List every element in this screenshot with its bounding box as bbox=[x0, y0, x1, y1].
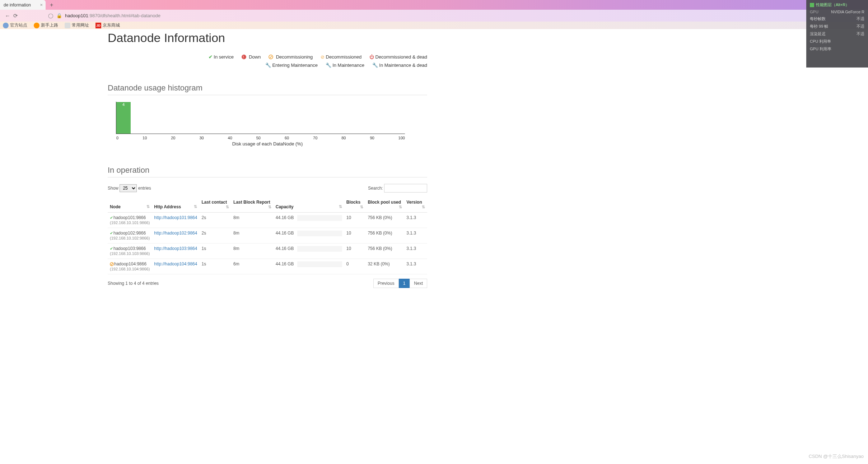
datanode-link[interactable]: http://hadoop101:9864 bbox=[154, 215, 197, 220]
legend-in-service: ✔ In service bbox=[209, 53, 234, 61]
cell-last-block: 6m bbox=[231, 259, 274, 274]
table-footer: Showing 1 to 4 of 4 entries Previous 1 N… bbox=[108, 279, 427, 288]
page-1-button[interactable]: 1 bbox=[399, 279, 410, 288]
cell-last-contact: 1s bbox=[199, 243, 231, 259]
wrench-icon: 🔧 bbox=[372, 62, 378, 68]
new-tab-button[interactable]: + bbox=[50, 2, 53, 8]
sort-icon: ⇅ bbox=[226, 205, 229, 209]
url-host: hadoop101 bbox=[65, 13, 88, 18]
globe-icon bbox=[3, 23, 9, 28]
cell-version: 3.1.3 bbox=[404, 212, 427, 228]
bar-label: 4 bbox=[116, 102, 131, 107]
col-http[interactable]: Http Address⇅ bbox=[152, 197, 199, 213]
sort-icon: ⇅ bbox=[399, 205, 402, 209]
bookmarks-bar: 官方站点 新手上路 常用网址 JD京东商城 bbox=[0, 22, 868, 29]
bookmark-item[interactable]: JD京东商城 bbox=[95, 22, 120, 28]
capacity-bar bbox=[297, 215, 342, 221]
wrench-icon: 🔧 bbox=[326, 62, 331, 68]
histogram-title: Datanode usage histogram bbox=[108, 83, 427, 93]
divider bbox=[108, 177, 427, 177]
legend-entering-maintenance: 🔧 Entering Maintenance bbox=[265, 61, 318, 69]
wrench-icon: 🔧 bbox=[265, 62, 271, 68]
chart-area: 4 0 10 20 30 40 50 60 70 80 90 100 bbox=[116, 102, 405, 134]
col-blocks[interactable]: Blocks⇅ bbox=[344, 197, 366, 213]
cell-node: ✔hadoop102:9866(192.168.10.102:9866) bbox=[108, 228, 152, 243]
cell-http: http://hadoop103:9864 bbox=[152, 243, 199, 259]
bookmark-item[interactable]: 新手上路 bbox=[34, 22, 58, 28]
legend-down: Down bbox=[242, 53, 261, 61]
datanode-link[interactable]: http://hadoop104:9864 bbox=[154, 261, 197, 266]
search-input[interactable] bbox=[384, 184, 427, 192]
gpu-model: NVIDIA GeForce R bbox=[831, 10, 864, 14]
reload-button[interactable]: ⟳ bbox=[11, 13, 19, 19]
decommissioned-icon: ⊘ bbox=[321, 54, 325, 60]
prev-button[interactable]: Previous bbox=[373, 279, 399, 288]
cell-block-pool: 756 KB (0%) bbox=[365, 243, 404, 259]
tab-strip: de information × + bbox=[0, 0, 868, 10]
sort-icon: ⇅ bbox=[339, 204, 342, 209]
browser-tab[interactable]: de information × bbox=[0, 0, 46, 10]
url-bar[interactable]: ◯ 🔒 hadoop101:9870/dfshealth.html#tab-da… bbox=[48, 13, 856, 18]
back-button[interactable]: ← bbox=[4, 13, 11, 19]
cell-http: http://hadoop101:9864 bbox=[152, 212, 199, 228]
table-row: ✔hadoop103:9866(192.168.10.103:9866)http… bbox=[108, 243, 427, 259]
cell-http: http://hadoop102:9864 bbox=[152, 228, 199, 243]
operation-title: In operation bbox=[108, 166, 427, 175]
cell-version: 3.1.3 bbox=[404, 259, 427, 274]
capacity-bar bbox=[297, 261, 342, 267]
cell-http: http://hadoop104:9864 bbox=[152, 259, 199, 274]
sort-icon: ⇅ bbox=[268, 205, 271, 209]
cell-node: ✔hadoop101:9866(192.168.10.101:9866) bbox=[108, 212, 152, 228]
col-version[interactable]: Version⇅ bbox=[404, 197, 427, 213]
overlay-title: 性能图层（Alt+R） bbox=[816, 2, 849, 8]
check-icon: ✔ bbox=[110, 231, 113, 235]
cell-capacity: 44.16 GB bbox=[274, 212, 344, 228]
cell-node: ✔hadoop103:9866(192.168.10.103:9866) bbox=[108, 243, 152, 259]
sort-icon: ⇅ bbox=[194, 204, 197, 209]
bookmark-item[interactable]: 官方站点 bbox=[3, 22, 27, 28]
legend-maintenance-dead: 🔧 In Maintenance & dead bbox=[372, 61, 427, 69]
pagination: Previous 1 Next bbox=[373, 279, 427, 288]
close-icon[interactable]: × bbox=[40, 2, 43, 8]
check-icon: ✔ bbox=[110, 246, 113, 251]
url-port: :9870 bbox=[88, 13, 100, 18]
table-controls: Show 25 entries Search: bbox=[108, 184, 427, 192]
cell-last-block: 8m bbox=[231, 228, 274, 243]
status-legend: ✔ In service Down Decommissioning ⊘ Deco… bbox=[108, 53, 427, 70]
main-content: Datanode Information ✔ In service Down D… bbox=[108, 29, 427, 288]
decommissioning-icon bbox=[110, 262, 114, 266]
lock-icon: 🔒 bbox=[56, 13, 62, 18]
datanode-table: Node⇅ Http Address⇅ Last contact⇅ Last B… bbox=[108, 197, 427, 274]
next-button[interactable]: Next bbox=[410, 279, 427, 288]
entries-select[interactable]: 25 bbox=[120, 184, 137, 192]
col-block-pool[interactable]: Block pool used⇅ bbox=[365, 197, 404, 213]
cell-blocks: 10 bbox=[344, 212, 366, 228]
folder-icon bbox=[65, 23, 70, 28]
check-icon: ✔ bbox=[110, 215, 113, 220]
show-entries: Show 25 entries bbox=[108, 184, 151, 192]
address-bar-row: ← ⟳ ◯ 🔒 hadoop101:9870/dfshealth.html#ta… bbox=[0, 10, 868, 22]
col-node[interactable]: Node⇅ bbox=[108, 197, 152, 213]
histogram-bar: 4 bbox=[116, 102, 131, 134]
bookmark-item[interactable]: 常用网址 bbox=[65, 22, 89, 28]
cell-last-contact: 2s bbox=[199, 212, 231, 228]
col-last-contact[interactable]: Last contact⇅ bbox=[199, 197, 231, 213]
table-info: Showing 1 to 4 of 4 entries bbox=[108, 281, 159, 286]
datanode-link[interactable]: http://hadoop103:9864 bbox=[154, 246, 197, 251]
gpu-label: GPU bbox=[810, 10, 818, 14]
col-last-block[interactable]: Last Block Report⇅ bbox=[231, 197, 274, 213]
x-axis-label: Disk usage of each DataNode (%) bbox=[115, 141, 420, 147]
cell-last-block: 8m bbox=[231, 212, 274, 228]
legend-in-maintenance: 🔧 In Maintenance bbox=[326, 61, 365, 69]
datanode-link[interactable]: http://hadoop102:9864 bbox=[154, 231, 197, 236]
search-box: Search: bbox=[368, 184, 427, 192]
shield-icon: ◯ bbox=[48, 13, 53, 18]
sort-icon: ⇅ bbox=[146, 204, 150, 209]
table-row: ✔hadoop101:9866(192.168.10.101:9866)http… bbox=[108, 212, 427, 228]
cell-capacity: 44.16 GB bbox=[274, 228, 344, 243]
table-row: hadoop104:9866(192.168.10.104:9866)http:… bbox=[108, 259, 427, 274]
cell-block-pool: 32 KB (0%) bbox=[365, 259, 404, 274]
col-capacity[interactable]: Capacity⇅ bbox=[274, 197, 344, 213]
usage-histogram: 4 0 10 20 30 40 50 60 70 80 90 100 Disk … bbox=[108, 102, 427, 148]
cell-blocks: 10 bbox=[344, 228, 366, 243]
